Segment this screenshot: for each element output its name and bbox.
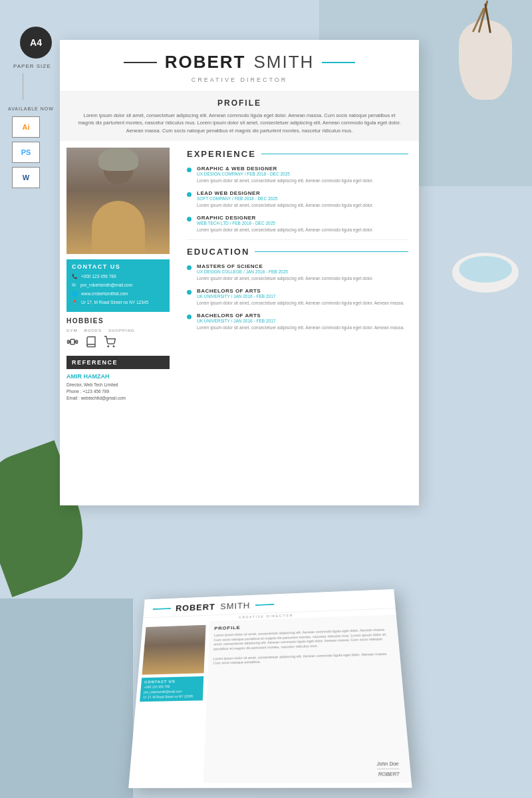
paper-divider [23, 73, 23, 100]
profile-text: Lorem ipsum dolor sit amet, consectetuer… [76, 112, 403, 134]
reference-title: REFERENCE [72, 359, 164, 366]
card2-email: pro_robertsmith@mail.com [144, 689, 200, 694]
section-divider [187, 239, 408, 240]
experience-header: EXPERIENCE [187, 149, 408, 159]
exp-desc-0: Lorem ipsum dolor sit amet, consectetuer… [197, 178, 373, 184]
contact-address: 📍 Ur 17, M Road Street no NY 12345 [72, 299, 164, 305]
left-column: CONTACT US 📞 +000 123 456 789 ✉ pro_robe… [60, 141, 176, 412]
experience-line [261, 154, 408, 155]
phone-text: +000 123 456 789 [81, 273, 116, 279]
gym-icon [66, 336, 78, 350]
edu-degree-2: BACHELORS OF ARTS [197, 313, 404, 319]
education-line [255, 251, 408, 253]
address-text: Ur 17, M Road Street no NY 12345 [81, 299, 148, 305]
exp-company-0: UX DESIGN COMPANY / FEB 2018 - DEC 2025 [197, 172, 373, 176]
card2-extra-text: Lorem ipsum dolor sit amet, consectetuer… [213, 652, 395, 666]
exp-desc-1: Lorem ipsum dolor sit amet, consectetuer… [197, 202, 373, 208]
exp-role-0: GRAPHIC & WEB DESIGNER [197, 166, 373, 172]
card2-line-right [255, 604, 274, 605]
email-text: pro_robertsmith@mail.com [80, 282, 132, 288]
hobbies-title: HOBBIES [66, 317, 170, 325]
name-row: ROBERT SMITH [124, 52, 356, 72]
resume-card-main: ROBERT SMITH CREATIVE DIRECTOR PROFILE L… [60, 40, 419, 505]
card2-last-name: SMITH [220, 600, 250, 611]
phone-icon: 📞 [72, 274, 78, 279]
edu-bullet-2 [187, 315, 192, 319]
job-title: CREATIVE DIRECTOR [192, 76, 288, 83]
email-icon: ✉ [72, 283, 77, 288]
edu-item-1: BACHELORS OF ARTS UK UNIVERSITY / JAN 20… [187, 288, 408, 306]
contact-box: CONTACT US 📞 +000 123 456 789 ✉ pro_robe… [66, 259, 170, 312]
edu-school-2: UK UNIVERSITY / JAN 2016 - FEB 2017 [197, 319, 404, 323]
reference-name: AMIR HAMZAH [66, 373, 170, 380]
exp-company-2: WEB TECH LTD / FEB 2018 - DEC 2025 [197, 221, 373, 225]
card2-contact-title: CONTACT US [144, 679, 200, 684]
bg-bottom-left [0, 598, 133, 798]
contact-email: ✉ pro_robertsmith@mail.com [72, 282, 164, 288]
edu-desc-2: Lorem ipsum dolor sit amet, consectetuer… [197, 325, 404, 331]
exp-desc-2: Lorem ipsum dolor sit amet, consectetuer… [197, 227, 373, 233]
card2-photo [142, 625, 206, 675]
profile-title: PROFILE [76, 98, 403, 108]
web-icon: 🌐 [72, 291, 78, 297]
first-name: ROBERT [165, 52, 246, 72]
card2-contact: CONTACT US +000 123 456 789 pro_robertsm… [140, 676, 203, 702]
edu-school-0: UX DESIGN COLLEGE / JAN 2018 - FEB 2025 [197, 269, 373, 274]
card2-body: CONTACT US +000 123 456 789 pro_robertsm… [129, 614, 412, 783]
contact-website: 🌐 www.crobertsmithid.com [72, 291, 164, 297]
exp-role-1: LEAD WEB DESIGNER [197, 190, 373, 196]
exp-content-0: GRAPHIC & WEB DESIGNER UX DESIGN COMPANY… [197, 166, 373, 184]
signature-2: ROBERT [377, 771, 400, 777]
books-icon [85, 336, 97, 350]
exp-bullet-1 [187, 192, 192, 197]
two-column-layout: CONTACT US 📞 +000 123 456 789 ✉ pro_robe… [60, 141, 419, 412]
available-label: AVAILABLE NOW [8, 106, 54, 111]
edu-content-0: MASTERS OF SCIENCE UX DESIGN COLLEGE / J… [197, 263, 373, 281]
edu-bullet-1 [187, 290, 192, 295]
decorative-bowl [452, 253, 519, 293]
reference-email: Email : webtechltd@gmail.com [66, 395, 170, 402]
edu-desc-0: Lorem ipsum dolor sit amet, consectetuer… [197, 275, 373, 281]
exp-content-1: LEAD WEB DESIGNER SOFT COMPANY / FEB 201… [197, 190, 373, 208]
signature-1: John Doe [376, 761, 399, 769]
resume-header: ROBERT SMITH CREATIVE DIRECTOR [60, 40, 419, 92]
hobby-label-0: GYM [66, 329, 78, 332]
exp-company-1: SOFT COMPANY / FEB 2018 - DEC 2025 [197, 196, 373, 201]
right-column: EXPERIENCE GRAPHIC & WEB DESIGNER UX DES… [176, 141, 419, 412]
card2-address: Ur 17, M Road Street no NY 12345 [143, 694, 200, 700]
reference-content: AMIR HAMZAH Director, Web Tech Limited P… [66, 369, 170, 405]
name-line-right [322, 62, 355, 63]
svg-point-5 [108, 346, 109, 347]
resume-card-secondary: ROBERT SMITH CREATIVE DIRECTOR CONTACT U… [128, 589, 412, 788]
format-word: W [12, 167, 40, 188]
exp-role-2: GRAPHIC DESIGNER [197, 215, 373, 221]
name-line-left [124, 62, 157, 63]
reference-role: Director, Web Tech Limited [66, 382, 170, 388]
exp-bullet-2 [187, 217, 192, 221]
website-text: www.crobertsmithid.com [81, 291, 128, 297]
last-name: SMITH [253, 52, 314, 72]
edu-item-0: MASTERS OF SCIENCE UX DESIGN COLLEGE / J… [187, 263, 408, 281]
decorative-vase [459, 20, 512, 100]
format-boxes: Ai PS W [12, 116, 40, 188]
card2-right: PROFILE Lorem ipsum dolor sit amet, cons… [203, 614, 412, 783]
card2-line-left [153, 608, 171, 609]
hobbies-labels: GYM BOOKS SHOPPING [66, 329, 170, 332]
reference-section: REFERENCE AMIR HAMZAH Director, Web Tech… [66, 356, 170, 405]
edu-desc-1: Lorem ipsum dolor sit amet, consectetuer… [197, 300, 404, 306]
svg-rect-4 [70, 339, 74, 344]
hobby-label-2: SHOPPING [108, 329, 135, 332]
edu-item-2: BACHELORS OF ARTS UK UNIVERSITY / JAN 20… [187, 313, 408, 331]
format-ps: PS [12, 142, 40, 163]
card2-phone: +000 123 456 789 [144, 684, 200, 689]
exp-item-2: GRAPHIC DESIGNER WEB TECH LTD / FEB 2018… [187, 215, 408, 233]
edu-degree-0: MASTERS OF SCIENCE [197, 263, 373, 269]
reference-title-box: REFERENCE [66, 356, 170, 369]
svg-point-6 [113, 346, 114, 347]
paper-size-badge: A4 [20, 27, 52, 59]
photo-person [66, 148, 170, 254]
location-icon: 📍 [72, 300, 78, 305]
edu-content-2: BACHELORS OF ARTS UK UNIVERSITY / JAN 20… [197, 313, 404, 331]
paper-size-label: PAPER SIZE [13, 63, 51, 69]
card2-first-name: ROBERT [176, 602, 215, 613]
